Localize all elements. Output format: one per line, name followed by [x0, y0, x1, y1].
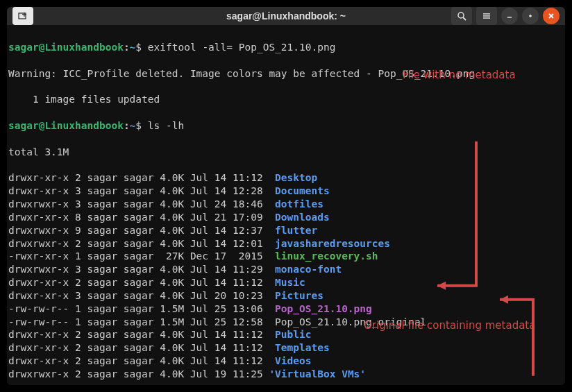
command-1: exiftool -all= Pop_OS_21.10.png: [142, 42, 335, 53]
ls-filename: Public: [275, 329, 311, 340]
ls-perms: -rw-rw-r-- 1 sagar sagar 1.5M Jul 25 13:…: [8, 303, 275, 314]
minimize-icon: [505, 12, 514, 20]
annotation-no-metadata: File with no metadata: [403, 69, 516, 83]
ls-row: drwxr-xr-x 3 sagar sagar 4.0K Jul 14 12:…: [8, 185, 564, 198]
ls-row: drwxrwxr-x 3 sagar sagar 4.0K Jul 24 18:…: [8, 198, 564, 211]
new-tab-icon: [18, 11, 28, 21]
command-2: ls -lh: [142, 120, 184, 131]
ls-filename: dotfiles: [275, 198, 323, 210]
prompt-user: sagar@Linuxhandbook: [8, 42, 124, 53]
ls-perms: drwxr-xr-x 8 sagar sagar 4.0K Jul 21 17:…: [8, 212, 275, 223]
ls-filename: Videos: [275, 355, 311, 366]
ls-row: drwxr-xr-x 8 sagar sagar 4.0K Jul 21 17:…: [8, 211, 564, 224]
ls-perms: drwxrwxr-x 9 sagar sagar 4.0K Jul 14 12:…: [8, 225, 275, 236]
ls-row: drwxrwxr-x 3 sagar sagar 4.0K Jul 14 11:…: [8, 263, 564, 276]
ls-filename: javasharedresources: [275, 238, 390, 249]
maximize-button[interactable]: [522, 8, 539, 24]
ls-row: -rwxr-xr-x 1 sagar sagar 27K Dec 17 2015…: [8, 250, 564, 263]
ls-filename: linux_recovery.sh: [275, 250, 378, 262]
ls-filename: 'VirtualBox VMs': [269, 368, 366, 380]
minimize-button[interactable]: [501, 8, 518, 24]
titlebar: sagar@Linuxhandbook: ~: [7, 7, 565, 25]
ls-listing: drwxr-xr-x 2 sagar sagar 4.0K Jul 14 11:…: [8, 171, 564, 381]
maximize-icon: [526, 12, 535, 20]
ls-row: drwxrwxr-x 2 sagar sagar 4.0K Jul 19 11:…: [8, 368, 564, 381]
ls-perms: drwxrwxr-x 3 sagar sagar 4.0K Jul 24 18:…: [8, 198, 275, 210]
prompt-user: sagar@Linuxhandbook: [8, 120, 124, 131]
ls-filename: flutter: [275, 225, 317, 236]
ls-filename: Documents: [275, 185, 330, 196]
terminal-content[interactable]: sagar@Linuxhandbook:~$ exiftool -all= Po…: [7, 25, 565, 385]
ls-perms: drwxr-xr-x 2 sagar sagar 4.0K Jul 14 11:…: [8, 342, 275, 353]
ls-filename: monaco-font: [275, 264, 342, 275]
ls-perms: drwxrwxr-x 3 sagar sagar 4.0K Jul 14 11:…: [8, 264, 275, 275]
ls-perms: drwxrwxr-x 2 sagar sagar 4.0K Jul 19 11:…: [8, 368, 269, 380]
prompt-sep: :: [124, 120, 130, 131]
ls-perms: drwxr-xr-x 2 sagar sagar 4.0K Jul 14 11:…: [8, 355, 275, 366]
prompt-symbol: $: [135, 120, 142, 131]
ls-row: drwxrwxr-x 2 sagar sagar 4.0K Jul 14 12:…: [8, 237, 564, 250]
prompt-symbol: $: [135, 42, 142, 53]
ls-filename: Desktop: [275, 172, 317, 183]
output-updated: 1 image files updated: [8, 93, 564, 106]
ls-row: drwxr-xr-x 3 sagar sagar 4.0K Jul 20 10:…: [8, 289, 564, 302]
search-button[interactable]: [451, 7, 472, 25]
ls-filename: Pop_OS_21.10.png: [275, 303, 372, 314]
menu-button[interactable]: [476, 7, 497, 25]
svg-point-3: [458, 12, 464, 18]
new-tab-button[interactable]: [12, 7, 33, 25]
annotation-original: Original file containing metadata: [364, 319, 535, 333]
prompt-sep: :: [124, 42, 130, 53]
ls-perms: drwxr-xr-x 2 sagar sagar 4.0K Jul 14 11:…: [8, 277, 275, 288]
ls-perms: drwxr-xr-x 3 sagar sagar 4.0K Jul 14 12:…: [8, 185, 275, 196]
ls-perms: -rw-rw-r-- 1 sagar sagar 1.5M Jul 25 12:…: [8, 316, 275, 327]
ls-row: drwxrwxr-x 9 sagar sagar 4.0K Jul 14 12:…: [8, 224, 564, 237]
search-icon: [457, 11, 466, 21]
ls-row: drwxr-xr-x 2 sagar sagar 4.0K Jul 14 11:…: [8, 341, 564, 355]
ls-filename: Templates: [275, 342, 330, 353]
ls-row: drwxr-xr-x 2 sagar sagar 4.0K Jul 14 11:…: [8, 355, 564, 368]
ls-perms: drwxr-xr-x 2 sagar sagar 4.0K Jul 14 11:…: [8, 329, 275, 340]
ls-filename: Music: [275, 277, 305, 288]
hamburger-icon: [482, 11, 491, 21]
ls-row: drwxr-xr-x 2 sagar sagar 4.0K Jul 14 11:…: [8, 171, 564, 185]
ls-total: total 3.1M: [8, 146, 564, 159]
ls-perms: drwxr-xr-x 2 sagar sagar 4.0K Jul 14 11:…: [8, 172, 275, 183]
ls-perms: drwxrwxr-x 2 sagar sagar 4.0K Jul 14 12:…: [8, 238, 275, 249]
ls-perms: drwxr-xr-x 3 sagar sagar 4.0K Jul 20 10:…: [8, 290, 275, 301]
close-button[interactable]: [543, 8, 560, 24]
ls-filename: Pictures: [275, 290, 323, 301]
terminal-window: sagar@Linuxhandbook: ~ sagar@Linuxhandbo…: [7, 7, 565, 385]
svg-line-4: [463, 17, 466, 20]
ls-row: -rw-rw-r-- 1 sagar sagar 1.5M Jul 25 13:…: [8, 302, 564, 316]
close-icon: [547, 12, 555, 20]
ls-filename: Downloads: [275, 212, 330, 223]
ls-perms: -rwxr-xr-x 1 sagar sagar 27K Dec 17 2015: [8, 250, 275, 262]
ls-row: drwxr-xr-x 2 sagar sagar 4.0K Jul 14 11:…: [8, 276, 564, 289]
